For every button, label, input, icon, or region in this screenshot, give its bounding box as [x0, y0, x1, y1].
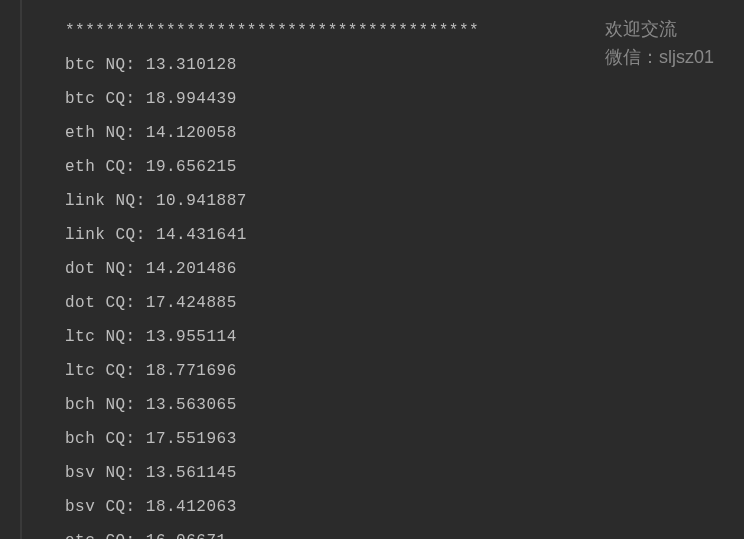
data-lines-container: btc NQ: 13.310128btc CQ: 18.994439eth NQ…: [65, 48, 744, 539]
data-line: bsv CQ: 18.412063: [65, 490, 744, 524]
data-line: bch NQ: 13.563065: [65, 388, 744, 422]
data-line: ltc NQ: 13.955114: [65, 320, 744, 354]
data-line: ltc CQ: 18.771696: [65, 354, 744, 388]
data-line: btc CQ: 18.994439: [65, 82, 744, 116]
data-line: dot NQ: 14.201486: [65, 252, 744, 286]
data-line: etc CQ: 16.06671: [65, 524, 744, 539]
editor-gutter-line: [20, 0, 22, 539]
data-line: bch CQ: 17.551963: [65, 422, 744, 456]
data-line: link NQ: 10.941887: [65, 184, 744, 218]
data-line: link CQ: 14.431641: [65, 218, 744, 252]
data-line: dot CQ: 17.424885: [65, 286, 744, 320]
data-line: eth NQ: 14.120058: [65, 116, 744, 150]
terminal-output: ****************************************…: [0, 0, 744, 539]
watermark-greeting: 欢迎交流: [605, 15, 714, 43]
data-line: eth CQ: 19.656215: [65, 150, 744, 184]
watermark: 欢迎交流 微信：sljsz01: [605, 15, 714, 71]
watermark-contact: 微信：sljsz01: [605, 43, 714, 71]
data-line: bsv NQ: 13.561145: [65, 456, 744, 490]
